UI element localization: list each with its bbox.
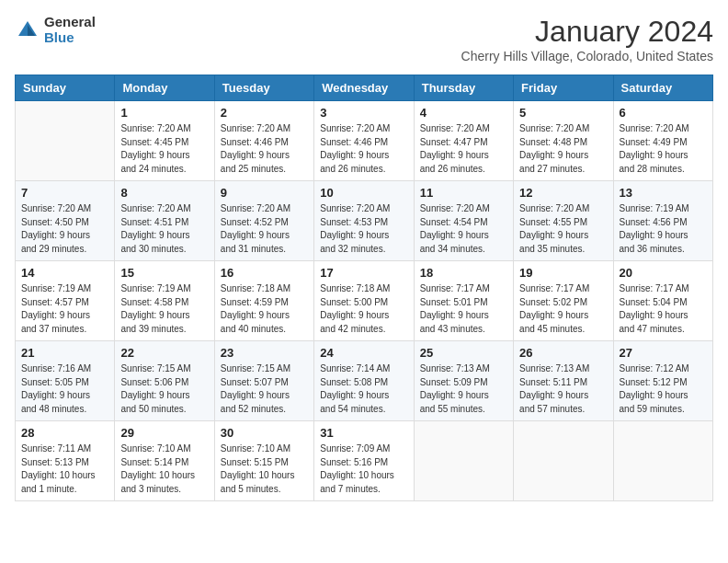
day-info: Sunrise: 7:17 AM Sunset: 5:01 PM Dayligh… <box>420 282 507 336</box>
day-number: 3 <box>320 106 407 120</box>
calendar-cell: 13Sunrise: 7:19 AM Sunset: 4:56 PM Dayli… <box>613 181 712 261</box>
day-info: Sunrise: 7:10 AM Sunset: 5:15 PM Dayligh… <box>221 442 308 496</box>
day-number: 27 <box>620 346 707 360</box>
calendar-cell: 21Sunrise: 7:16 AM Sunset: 5:05 PM Dayli… <box>16 341 115 421</box>
calendar-cell: 6Sunrise: 7:20 AM Sunset: 4:49 PM Daylig… <box>613 101 712 181</box>
calendar-cell: 14Sunrise: 7:19 AM Sunset: 4:57 PM Dayli… <box>16 261 115 341</box>
col-friday: Friday <box>514 75 613 101</box>
day-info: Sunrise: 7:10 AM Sunset: 5:14 PM Dayligh… <box>120 442 208 496</box>
col-tuesday: Tuesday <box>214 75 313 101</box>
col-saturday: Saturday <box>613 75 712 101</box>
day-number: 29 <box>120 426 208 440</box>
day-info: Sunrise: 7:13 AM Sunset: 5:11 PM Dayligh… <box>519 362 607 416</box>
day-number: 20 <box>620 266 707 280</box>
day-number: 15 <box>120 266 208 280</box>
day-info: Sunrise: 7:09 AM Sunset: 5:16 PM Dayligh… <box>320 442 407 496</box>
col-monday: Monday <box>115 75 214 101</box>
calendar-cell: 27Sunrise: 7:12 AM Sunset: 5:12 PM Dayli… <box>613 341 712 421</box>
calendar-cell: 26Sunrise: 7:13 AM Sunset: 5:11 PM Dayli… <box>514 341 613 421</box>
calendar-cell: 1Sunrise: 7:20 AM Sunset: 4:45 PM Daylig… <box>115 101 214 181</box>
day-number: 28 <box>21 426 108 440</box>
day-number: 31 <box>320 426 407 440</box>
day-info: Sunrise: 7:20 AM Sunset: 4:46 PM Dayligh… <box>320 122 407 176</box>
day-number: 10 <box>320 186 407 200</box>
logo-general: General <box>44 15 96 30</box>
calendar-cell: 4Sunrise: 7:20 AM Sunset: 4:47 PM Daylig… <box>414 101 513 181</box>
day-number: 18 <box>420 266 507 280</box>
day-info: Sunrise: 7:19 AM Sunset: 4:57 PM Dayligh… <box>21 282 108 336</box>
day-info: Sunrise: 7:20 AM Sunset: 4:47 PM Dayligh… <box>420 122 507 176</box>
calendar-cell: 5Sunrise: 7:20 AM Sunset: 4:48 PM Daylig… <box>514 101 613 181</box>
calendar-body: 1Sunrise: 7:20 AM Sunset: 4:45 PM Daylig… <box>16 101 713 501</box>
logo-text: General Blue <box>44 15 96 45</box>
day-number: 9 <box>221 186 308 200</box>
day-info: Sunrise: 7:16 AM Sunset: 5:05 PM Dayligh… <box>21 362 108 416</box>
day-info: Sunrise: 7:20 AM Sunset: 4:46 PM Dayligh… <box>221 122 308 176</box>
calendar-cell: 24Sunrise: 7:14 AM Sunset: 5:08 PM Dayli… <box>314 341 414 421</box>
day-info: Sunrise: 7:20 AM Sunset: 4:49 PM Dayligh… <box>620 122 707 176</box>
calendar-cell: 16Sunrise: 7:18 AM Sunset: 4:59 PM Dayli… <box>214 261 313 341</box>
month-title: January 2024 <box>461 15 713 49</box>
calendar-cell: 17Sunrise: 7:18 AM Sunset: 5:00 PM Dayli… <box>314 261 414 341</box>
calendar-cell: 10Sunrise: 7:20 AM Sunset: 4:53 PM Dayli… <box>314 181 414 261</box>
calendar-cell: 9Sunrise: 7:20 AM Sunset: 4:52 PM Daylig… <box>214 181 313 261</box>
logo-blue: Blue <box>44 30 96 46</box>
day-number: 26 <box>519 346 607 360</box>
day-info: Sunrise: 7:20 AM Sunset: 4:52 PM Dayligh… <box>221 202 308 256</box>
calendar-cell: 15Sunrise: 7:19 AM Sunset: 4:58 PM Dayli… <box>115 261 214 341</box>
day-info: Sunrise: 7:20 AM Sunset: 4:53 PM Dayligh… <box>320 202 407 256</box>
day-number: 22 <box>120 346 208 360</box>
logo-icon <box>15 17 40 43</box>
day-number: 12 <box>519 186 607 200</box>
day-info: Sunrise: 7:15 AM Sunset: 5:07 PM Dayligh… <box>221 362 308 416</box>
calendar-cell <box>514 421 613 501</box>
calendar-cell: 19Sunrise: 7:17 AM Sunset: 5:02 PM Dayli… <box>514 261 613 341</box>
calendar-cell: 7Sunrise: 7:20 AM Sunset: 4:50 PM Daylig… <box>16 181 115 261</box>
day-number: 24 <box>320 346 407 360</box>
day-number: 5 <box>519 106 607 120</box>
calendar-cell <box>16 101 115 181</box>
day-info: Sunrise: 7:20 AM Sunset: 4:55 PM Dayligh… <box>519 202 607 256</box>
col-thursday: Thursday <box>414 75 513 101</box>
day-info: Sunrise: 7:15 AM Sunset: 5:06 PM Dayligh… <box>120 362 208 416</box>
calendar-week-4: 21Sunrise: 7:16 AM Sunset: 5:05 PM Dayli… <box>16 341 713 421</box>
day-info: Sunrise: 7:19 AM Sunset: 4:56 PM Dayligh… <box>620 202 707 256</box>
calendar-header: Sunday Monday Tuesday Wednesday Thursday… <box>16 75 713 101</box>
day-number: 30 <box>221 426 308 440</box>
day-info: Sunrise: 7:20 AM Sunset: 4:54 PM Dayligh… <box>420 202 507 256</box>
calendar-cell: 29Sunrise: 7:10 AM Sunset: 5:14 PM Dayli… <box>115 421 214 501</box>
calendar-week-1: 1Sunrise: 7:20 AM Sunset: 4:45 PM Daylig… <box>16 101 713 181</box>
calendar-cell: 3Sunrise: 7:20 AM Sunset: 4:46 PM Daylig… <box>314 101 414 181</box>
day-info: Sunrise: 7:19 AM Sunset: 4:58 PM Dayligh… <box>120 282 208 336</box>
title-area: January 2024 Cherry Hills Village, Color… <box>461 15 713 63</box>
day-info: Sunrise: 7:20 AM Sunset: 4:50 PM Dayligh… <box>21 202 108 256</box>
calendar-week-3: 14Sunrise: 7:19 AM Sunset: 4:57 PM Dayli… <box>16 261 713 341</box>
day-number: 23 <box>221 346 308 360</box>
calendar-cell: 8Sunrise: 7:20 AM Sunset: 4:51 PM Daylig… <box>115 181 214 261</box>
day-info: Sunrise: 7:18 AM Sunset: 4:59 PM Dayligh… <box>221 282 308 336</box>
col-sunday: Sunday <box>16 75 115 101</box>
calendar-cell: 18Sunrise: 7:17 AM Sunset: 5:01 PM Dayli… <box>414 261 513 341</box>
logo: General Blue <box>15 15 96 45</box>
day-number: 7 <box>21 186 108 200</box>
day-info: Sunrise: 7:17 AM Sunset: 5:02 PM Dayligh… <box>519 282 607 336</box>
day-number: 11 <box>420 186 507 200</box>
day-number: 1 <box>120 106 208 120</box>
calendar-cell <box>613 421 712 501</box>
day-number: 8 <box>120 186 208 200</box>
location-title: Cherry Hills Village, Colorado, United S… <box>461 49 713 63</box>
day-number: 14 <box>21 266 108 280</box>
calendar-week-5: 28Sunrise: 7:11 AM Sunset: 5:13 PM Dayli… <box>16 421 713 501</box>
calendar-cell: 31Sunrise: 7:09 AM Sunset: 5:16 PM Dayli… <box>314 421 414 501</box>
calendar-cell: 2Sunrise: 7:20 AM Sunset: 4:46 PM Daylig… <box>214 101 313 181</box>
day-info: Sunrise: 7:14 AM Sunset: 5:08 PM Dayligh… <box>320 362 407 416</box>
calendar-table: Sunday Monday Tuesday Wednesday Thursday… <box>15 75 713 501</box>
calendar-cell: 23Sunrise: 7:15 AM Sunset: 5:07 PM Dayli… <box>214 341 313 421</box>
day-info: Sunrise: 7:12 AM Sunset: 5:12 PM Dayligh… <box>620 362 707 416</box>
day-info: Sunrise: 7:17 AM Sunset: 5:04 PM Dayligh… <box>620 282 707 336</box>
calendar-cell: 22Sunrise: 7:15 AM Sunset: 5:06 PM Dayli… <box>115 341 214 421</box>
calendar-cell: 25Sunrise: 7:13 AM Sunset: 5:09 PM Dayli… <box>414 341 513 421</box>
day-number: 17 <box>320 266 407 280</box>
day-info: Sunrise: 7:20 AM Sunset: 4:51 PM Dayligh… <box>120 202 208 256</box>
day-number: 25 <box>420 346 507 360</box>
